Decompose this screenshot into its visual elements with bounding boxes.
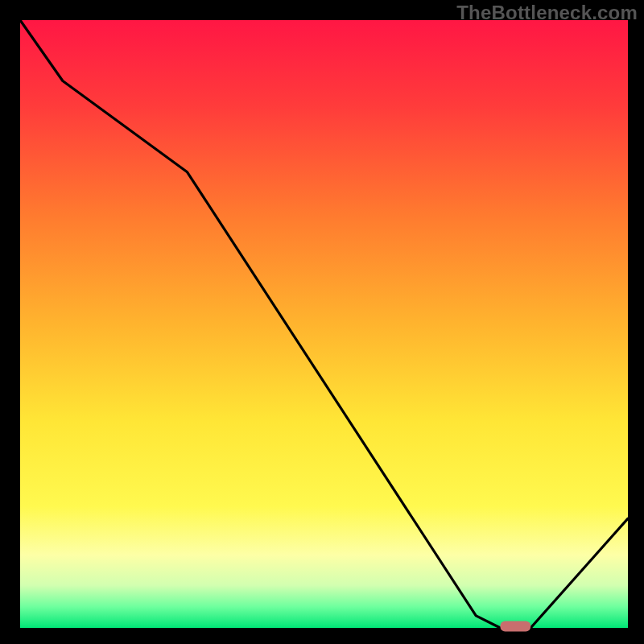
bottleneck-chart: TheBottleneck.com: [0, 0, 644, 644]
optimal-marker: [500, 621, 530, 632]
chart-svg: [0, 0, 644, 644]
plot-background: [20, 20, 628, 628]
watermark-text: TheBottleneck.com: [456, 2, 638, 24]
